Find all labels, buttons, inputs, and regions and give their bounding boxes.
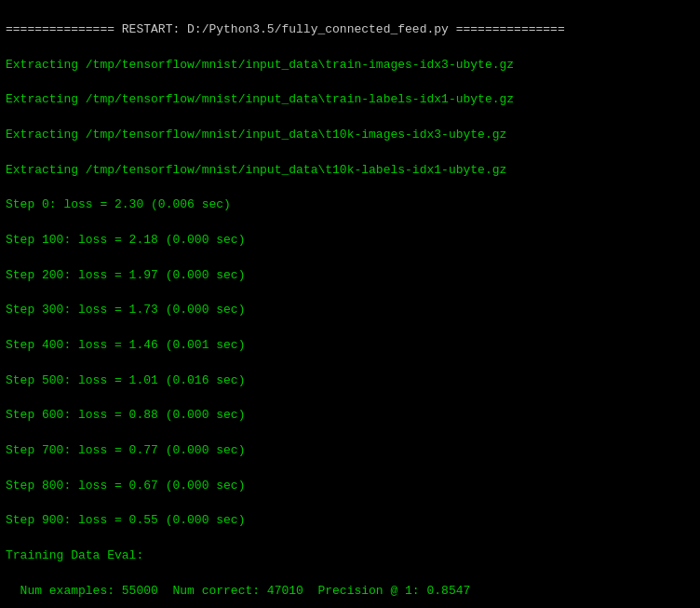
terminal-line: Extracting /tmp/tensorflow/mnist/input_d… (6, 91, 694, 109)
terminal-line: Step 100: loss = 2.18 (0.000 sec) (6, 232, 694, 250)
terminal-line: Step 300: loss = 1.73 (0.000 sec) (6, 302, 694, 319)
terminal-line: Extracting /tmp/tensorflow/mnist/input_d… (6, 57, 694, 74)
terminal-line: Step 200: loss = 1.97 (0.000 sec) (6, 267, 694, 285)
terminal-line: Step 700: loss = 0.77 (0.000 sec) (6, 442, 694, 460)
terminal-line: Extracting /tmp/tensorflow/mnist/input_d… (6, 162, 694, 180)
terminal-line: Step 0: loss = 2.30 (0.006 sec) (6, 196, 694, 214)
terminal-line: Training Data Eval: (6, 547, 694, 565)
terminal-line: Extracting /tmp/tensorflow/mnist/input_d… (6, 127, 694, 144)
terminal-line: Step 400: loss = 1.46 (0.001 sec) (6, 337, 694, 355)
terminal-line: =============== RESTART: D:/Python3.5/fu… (6, 21, 694, 39)
terminal-line: Step 800: loss = 0.67 (0.000 sec) (6, 478, 694, 495)
terminal-line: Step 900: loss = 0.55 (0.000 sec) (6, 512, 694, 530)
terminal-line: Step 600: loss = 0.88 (0.000 sec) (6, 407, 694, 425)
terminal-line: Num examples: 55000 Num correct: 47010 P… (6, 583, 694, 601)
terminal-output: =============== RESTART: D:/Python3.5/fu… (0, 0, 700, 608)
terminal-line: Step 500: loss = 1.01 (0.016 sec) (6, 372, 694, 390)
